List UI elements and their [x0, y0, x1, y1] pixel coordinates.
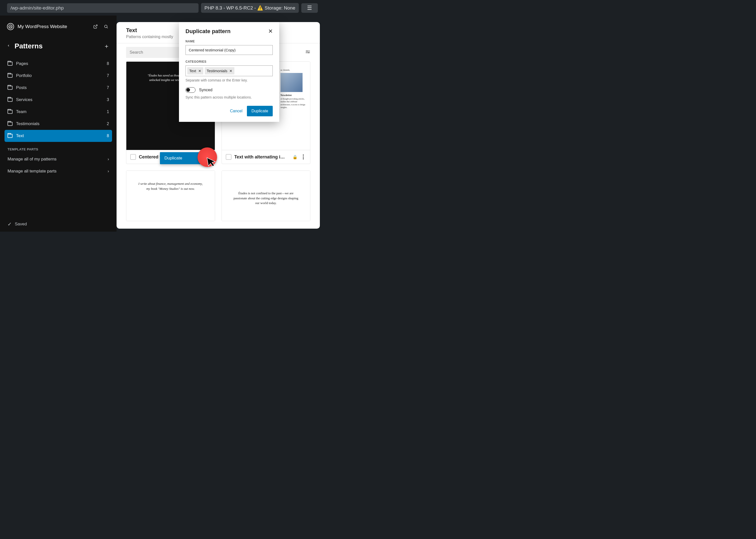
- synced-toggle-label: Synced: [199, 88, 212, 92]
- category-tag: Text ✕: [187, 67, 203, 74]
- name-field-label: NAME: [186, 39, 273, 43]
- modal-close-button[interactable]: ✕: [268, 28, 273, 35]
- folder-icon: [8, 98, 13, 102]
- pattern-label: Text with alternating i…: [234, 154, 290, 160]
- hamburger-menu-button[interactable]: ☰: [301, 3, 318, 13]
- duplicate-pattern-modal: Duplicate pattern ✕ NAME CATEGORIES Text…: [179, 22, 279, 122]
- folder-icon: [8, 74, 13, 78]
- pattern-checkbox[interactable]: [130, 154, 136, 160]
- sidebar-item-text[interactable]: Text 8: [5, 130, 112, 142]
- link-label: Manage all template parts: [8, 169, 57, 174]
- categories-helper-text: Separate with commas or the Enter key.: [186, 78, 273, 82]
- preview-heading: Newsletter: [280, 94, 306, 97]
- back-button[interactable]: [7, 43, 10, 49]
- duplicate-button[interactable]: Duplicate: [247, 106, 273, 116]
- synced-helper-text: Sync this pattern across multiple locati…: [186, 95, 273, 99]
- folder-icon: [8, 122, 13, 126]
- sidebar-item-count: 2: [107, 121, 109, 126]
- sidebar-item-count: 7: [107, 86, 109, 90]
- preview-image: [280, 73, 303, 92]
- lock-icon: 🔒: [292, 155, 298, 159]
- sidebar-title: Patterns: [15, 42, 99, 50]
- sidebar-section-label: TEMPLATE PARTS: [0, 142, 116, 153]
- saved-label: Saved: [15, 222, 27, 227]
- pattern-checkbox[interactable]: [226, 154, 231, 160]
- svg-point-1: [105, 25, 107, 28]
- wordpress-logo-icon: [7, 23, 14, 30]
- sidebar-category-list: Pages 8 Portfolio 7 Posts 7 Services 3 T…: [0, 58, 116, 142]
- sidebar-item-posts[interactable]: Posts 7: [5, 82, 112, 94]
- sidebar-item-count: 8: [107, 61, 109, 66]
- filter-icon[interactable]: [305, 49, 310, 56]
- save-status: ✓ Saved: [8, 221, 27, 227]
- manage-patterns-link[interactable]: Manage all of my patterns ›: [0, 153, 116, 165]
- pattern-preview: I write about finance, management and ec…: [126, 171, 215, 221]
- sidebar-item-pages[interactable]: Pages 8: [5, 58, 112, 70]
- sidebar-item-services[interactable]: Services 3: [5, 94, 112, 106]
- manage-template-parts-link[interactable]: Manage all template parts ›: [0, 165, 116, 177]
- pattern-actions-button[interactable]: ⋮: [301, 154, 306, 160]
- remove-tag-button[interactable]: ✕: [229, 69, 232, 73]
- pattern-name-input[interactable]: [186, 45, 273, 55]
- sidebar-item-label: Posts: [16, 85, 103, 90]
- sidebar-item-count: 7: [107, 73, 109, 78]
- modal-title: Duplicate pattern: [186, 28, 231, 35]
- tag-label: Text: [189, 69, 196, 73]
- cancel-button[interactable]: Cancel: [229, 106, 243, 116]
- preview-text: of thought-provoking articles, studies t…: [280, 98, 306, 109]
- sidebar-item-testimonials[interactable]: Testimonials 2: [5, 118, 112, 130]
- categories-field-label: CATEGORIES: [186, 60, 273, 63]
- folder-icon: [8, 110, 13, 114]
- chevron-right-icon: ›: [108, 157, 109, 162]
- pattern-card[interactable]: Études is not confined to the past—we ar…: [222, 171, 311, 221]
- pattern-preview: Études is not confined to the past—we ar…: [222, 171, 310, 221]
- category-tag: Testimonials ✕: [205, 67, 235, 74]
- open-external-icon[interactable]: [92, 23, 99, 30]
- sidebar-item-count: 1: [107, 110, 109, 114]
- sidebar-item-team[interactable]: Team 1: [5, 106, 112, 118]
- link-label: Manage all of my patterns: [8, 157, 57, 162]
- preview-text: se clientele,: [280, 69, 306, 71]
- check-icon: ✓: [8, 221, 12, 227]
- sidebar: My WordPress Website Patterns ＋ Pages 8: [0, 16, 116, 232]
- preview-text: I write about finance, management and ec…: [136, 181, 205, 191]
- sidebar-item-count: 8: [107, 134, 109, 138]
- folder-icon: [8, 86, 13, 90]
- sidebar-item-label: Team: [16, 109, 103, 114]
- synced-toggle[interactable]: [186, 87, 195, 93]
- url-bar[interactable]: /wp-admin/site-editor.php: [7, 3, 198, 13]
- sidebar-item-label: Portfolio: [16, 73, 103, 78]
- sidebar-item-portfolio[interactable]: Portfolio 7: [5, 70, 112, 82]
- sidebar-item-label: Testimonials: [16, 121, 103, 126]
- chevron-right-icon: ›: [108, 169, 109, 174]
- sidebar-item-count: 3: [107, 98, 109, 102]
- sidebar-item-label: Pages: [16, 61, 103, 66]
- search-icon[interactable]: [103, 23, 110, 30]
- sidebar-item-label: Services: [16, 97, 103, 102]
- pattern-card[interactable]: I write about finance, management and ec…: [126, 171, 215, 221]
- svg-rect-3: [306, 51, 310, 51]
- folder-icon: [8, 134, 13, 138]
- remove-tag-button[interactable]: ✕: [198, 69, 201, 73]
- svg-rect-5: [306, 52, 310, 53]
- sidebar-item-label: Text: [16, 133, 103, 138]
- categories-input[interactable]: Text ✕ Testimonials ✕: [186, 65, 273, 76]
- add-pattern-button[interactable]: ＋: [104, 42, 110, 50]
- preview-text: Études is not confined to the past—we ar…: [232, 191, 300, 205]
- folder-icon: [8, 62, 13, 66]
- tag-label: Testimonials: [207, 69, 228, 73]
- top-bar: /wp-admin/site-editor.php PHP 8.3 - WP 6…: [0, 0, 325, 16]
- environment-chip: PHP 8.3 - WP 6.5-RC2 - ⚠️ Storage: None: [201, 3, 299, 13]
- site-name: My WordPress Website: [18, 24, 89, 29]
